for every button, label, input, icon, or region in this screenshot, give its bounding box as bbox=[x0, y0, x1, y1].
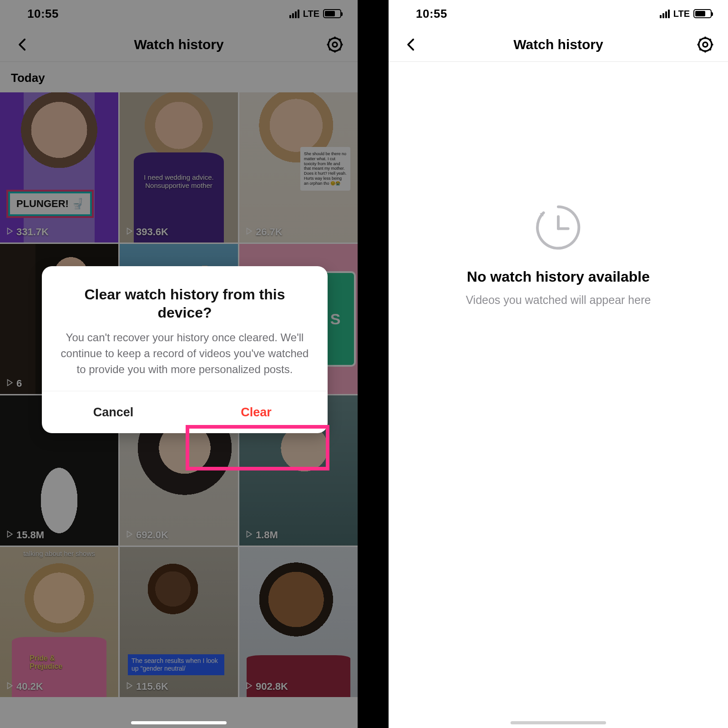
status-bar: 10:55 LTE bbox=[389, 0, 728, 27]
page-title: Watch history bbox=[513, 37, 603, 52]
screenshot-right: 10:55 LTE Watch history bbox=[389, 0, 728, 728]
network-label: LTE bbox=[673, 9, 690, 19]
history-empty-icon bbox=[531, 200, 586, 255]
clear-button[interactable]: Clear bbox=[185, 391, 328, 433]
cancel-button[interactable]: Cancel bbox=[42, 391, 185, 433]
battery-icon bbox=[693, 9, 712, 18]
empty-subtitle: Videos you watched will appear here bbox=[389, 293, 728, 307]
svg-point-11 bbox=[703, 42, 708, 46]
home-indicator[interactable] bbox=[131, 721, 227, 724]
confirm-dialog: Clear watch history from this device? Yo… bbox=[42, 266, 328, 433]
svg-line-19 bbox=[700, 49, 701, 50]
nav-bar: Watch history bbox=[389, 27, 728, 62]
chevron-left-icon bbox=[404, 37, 419, 52]
dialog-title: Clear watch history from this device? bbox=[42, 266, 328, 326]
status-time: 10:55 bbox=[416, 7, 447, 21]
status-icons: LTE bbox=[660, 9, 712, 19]
dialog-message: You can't recover your history once clea… bbox=[42, 326, 328, 391]
empty-title: No watch history available bbox=[389, 268, 728, 285]
screenshot-left: 10:55 LTE Watch history Today PLUNGER! 🚽… bbox=[0, 0, 358, 728]
svg-line-17 bbox=[709, 49, 711, 50]
dialog-buttons: Cancel Clear bbox=[42, 391, 328, 433]
home-indicator[interactable] bbox=[511, 721, 606, 724]
svg-line-16 bbox=[700, 39, 701, 40]
settings-button[interactable] bbox=[696, 35, 714, 54]
cellular-bars-icon bbox=[660, 10, 670, 18]
empty-state: No watch history available Videos you wa… bbox=[389, 200, 728, 307]
back-button[interactable] bbox=[402, 35, 420, 54]
svg-line-18 bbox=[709, 39, 711, 40]
gear-icon bbox=[697, 36, 714, 53]
